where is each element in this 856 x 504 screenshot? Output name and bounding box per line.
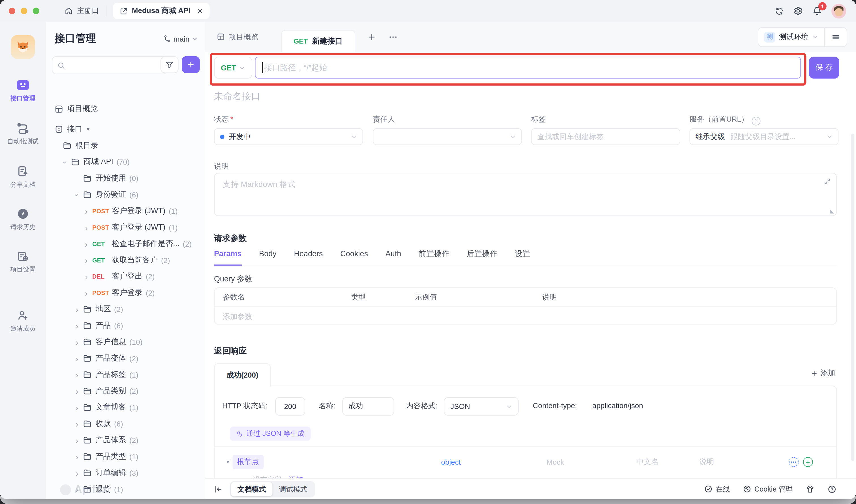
- collapse-caret-icon[interactable]: ▼: [225, 459, 230, 465]
- mock-placeholder[interactable]: Mock: [546, 458, 564, 466]
- minimize-window-button[interactable]: [21, 7, 27, 14]
- more-options-icon[interactable]: •••: [789, 457, 799, 467]
- chevron-icon[interactable]: [73, 354, 81, 363]
- tree-row[interactable]: 文章博客 (1): [46, 399, 205, 416]
- cn-name-placeholder[interactable]: 中文名: [636, 457, 659, 467]
- tree-row[interactable]: POST 客户登录 (2): [46, 285, 205, 301]
- online-status[interactable]: 在线: [704, 484, 730, 494]
- response-tab-success[interactable]: 成功(200): [214, 363, 271, 386]
- tshirt-icon[interactable]: [806, 485, 815, 493]
- tree-row[interactable]: GET 获取当前客户 (2): [46, 252, 205, 268]
- chevron-icon[interactable]: [73, 485, 81, 494]
- environment-menu-icon[interactable]: [825, 33, 847, 41]
- caret-down-icon[interactable]: ▼: [86, 126, 91, 132]
- tags-input[interactable]: 查找或回车创建标签: [531, 128, 680, 145]
- tab-new-endpoint[interactable]: GET 新建接口: [281, 30, 355, 52]
- notifications-bell-icon[interactable]: 1: [813, 6, 822, 16]
- sidebar-item-api-group[interactable]: 接口 ▼: [46, 121, 205, 138]
- collapse-sidebar-icon[interactable]: [214, 485, 223, 493]
- sidebar-item-project-overview[interactable]: 项目概览: [46, 101, 205, 118]
- chevron-icon[interactable]: [73, 321, 81, 330]
- tree-row[interactable]: 产品变体 (2): [46, 350, 205, 366]
- refresh-icon[interactable]: [775, 6, 784, 16]
- root-node-name[interactable]: 根节点: [233, 455, 264, 469]
- tab-pre-actions[interactable]: 前置操作: [419, 249, 449, 266]
- tree-row[interactable]: 产品标签 (1): [46, 366, 205, 383]
- search-input[interactable]: [52, 56, 168, 74]
- tab-cookies[interactable]: Cookies: [340, 249, 368, 266]
- chevron-icon[interactable]: [73, 403, 81, 412]
- path-input[interactable]: [255, 57, 801, 79]
- tab-project-overview[interactable]: 项目概览: [217, 32, 259, 42]
- tab-settings[interactable]: 设置: [514, 249, 530, 266]
- rail-item-project-settings[interactable]: 项目设置: [0, 250, 46, 274]
- add-field-icon[interactable]: +: [803, 457, 813, 467]
- add-response-button[interactable]: 添加: [811, 368, 835, 378]
- rail-item-invite-members[interactable]: 邀请成员: [0, 309, 46, 333]
- environment-selector[interactable]: 测 测试环境: [758, 31, 824, 42]
- owner-select[interactable]: [373, 128, 522, 145]
- main-window-tab[interactable]: 主窗口: [65, 6, 99, 16]
- description-textarea[interactable]: 支持 Markdown 格式 ◢: [214, 173, 837, 216]
- filter-button[interactable]: [160, 56, 179, 73]
- status-select[interactable]: 开发中: [214, 128, 363, 145]
- tree-row[interactable]: POST 客户登录 (JWT) (1): [46, 203, 205, 219]
- tree-row[interactable]: DEL 客户登出 (2): [46, 268, 205, 285]
- rail-item-request-history[interactable]: 请求历史: [0, 207, 46, 231]
- chevron-icon[interactable]: [73, 468, 81, 478]
- tab-body[interactable]: Body: [259, 249, 277, 266]
- method-selector[interactable]: GET: [214, 57, 252, 79]
- chevron-icon[interactable]: [82, 223, 90, 232]
- tree-row[interactable]: 退货 (1): [46, 481, 205, 498]
- add-api-button[interactable]: [182, 56, 200, 73]
- tree-row[interactable]: 根目录: [46, 138, 205, 154]
- more-tabs-icon[interactable]: [388, 32, 398, 42]
- add-param-row[interactable]: 添加参数: [223, 312, 252, 322]
- chevron-icon[interactable]: [73, 305, 81, 314]
- tree-row[interactable]: 订单编辑 (3): [46, 465, 205, 481]
- add-tab-icon[interactable]: [367, 33, 376, 41]
- project-window-tab[interactable]: Medusa 商城 API ✕: [113, 3, 209, 19]
- save-button[interactable]: 保 存: [809, 57, 839, 79]
- chevron-icon[interactable]: [82, 239, 90, 249]
- chevron-icon[interactable]: [73, 370, 81, 380]
- tree-row[interactable]: 商城 API (70): [46, 154, 205, 170]
- tab-auth[interactable]: Auth: [386, 249, 401, 266]
- help-circle-icon[interactable]: [828, 485, 837, 493]
- tree-row[interactable]: 产品 (6): [46, 317, 205, 334]
- chevron-icon[interactable]: [73, 190, 81, 199]
- chevron-icon[interactable]: [82, 256, 90, 265]
- scrollbar[interactable]: [851, 133, 855, 461]
- close-window-button[interactable]: [9, 7, 15, 14]
- settings-gear-icon[interactable]: [793, 6, 803, 16]
- tree-row[interactable]: 收款 (6): [46, 416, 205, 432]
- project-logo[interactable]: [11, 35, 35, 59]
- response-name-input[interactable]: [342, 397, 394, 416]
- desc-placeholder[interactable]: 说明: [699, 457, 714, 467]
- zoom-window-button[interactable]: [33, 7, 39, 14]
- http-status-input[interactable]: [275, 397, 305, 416]
- root-node-type[interactable]: object: [441, 458, 460, 466]
- chevron-icon[interactable]: [82, 272, 90, 281]
- chevron-icon[interactable]: [73, 452, 81, 461]
- chevron-icon[interactable]: [73, 435, 81, 445]
- tree-row[interactable]: 开始使用 (0): [46, 170, 205, 187]
- format-select[interactable]: JSON: [444, 397, 519, 416]
- tree-row[interactable]: 客户信息 (10): [46, 334, 205, 350]
- help-icon[interactable]: ?: [752, 116, 761, 125]
- chevron-icon[interactable]: [82, 288, 90, 298]
- tree-row[interactable]: 产品体系 (2): [46, 432, 205, 448]
- close-tab-icon[interactable]: ✕: [197, 7, 203, 15]
- chevron-icon[interactable]: [61, 157, 69, 167]
- chevron-icon[interactable]: [82, 206, 90, 216]
- doc-mode-button[interactable]: 文档模式: [231, 482, 273, 496]
- tab-headers[interactable]: Headers: [294, 249, 323, 266]
- rail-item-share-docs[interactable]: 分享文档: [0, 165, 46, 188]
- rail-item-api-management[interactable]: 接口管理: [0, 79, 46, 103]
- cookie-manager[interactable]: Cookie 管理: [743, 484, 793, 494]
- tree-row[interactable]: 地区 (2): [46, 301, 205, 318]
- debug-mode-button[interactable]: 调试模式: [272, 482, 314, 496]
- tree-row[interactable]: 产品类别 (2): [46, 383, 205, 399]
- chevron-icon[interactable]: [73, 386, 81, 396]
- chevron-icon[interactable]: [73, 337, 81, 347]
